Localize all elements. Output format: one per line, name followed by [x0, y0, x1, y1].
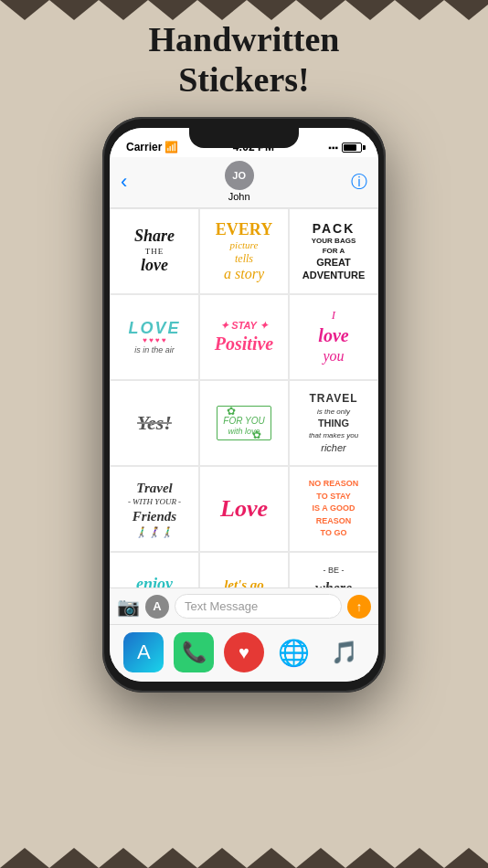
phone-frame: Carrier 📶 4:02 PM ▪▪▪ ‹ JO	[102, 117, 386, 693]
message-input-bar: 📷 A Text Message ↑	[110, 587, 378, 624]
sticker-5[interactable]: ✦ STAY ✦ Positive	[199, 294, 289, 380]
camera-icon[interactable]: 📷	[117, 596, 140, 618]
phone-screen: Carrier 📶 4:02 PM ▪▪▪ ‹ JO	[110, 128, 378, 682]
send-button[interactable]: ↑	[347, 595, 371, 619]
top-border-triangles	[0, 0, 488, 20]
sticker-4[interactable]: LOVE ♥ ♥ ♥ ♥ is in the air	[110, 294, 199, 380]
sticker-6[interactable]: I love you	[289, 294, 378, 380]
dock-bar: A 📞 ♥ 🌐 🎵	[110, 624, 378, 682]
sticker-1[interactable]: Share the love	[110, 208, 199, 294]
contact-name: John	[228, 191, 250, 202]
send-arrow-icon: ↑	[356, 599, 363, 614]
phone-notch	[189, 128, 299, 148]
battery-icon	[342, 143, 362, 153]
text-message-input[interactable]: Text Message	[175, 594, 342, 619]
bottom-border-triangles	[0, 848, 488, 868]
appstore-icon[interactable]: A	[145, 595, 169, 619]
dock-heart-icon[interactable]: ♥	[224, 632, 264, 672]
back-button[interactable]: ‹	[121, 172, 127, 192]
sticker-10[interactable]: Travel - WITH YOUR - Friends 🚶‍♂️🚶‍♀️🚶‍♂…	[110, 466, 199, 552]
imessage-header: ‹ JO John ⓘ	[110, 157, 378, 208]
sticker-grid: Share the love EVERY picture tells a sto…	[110, 208, 378, 587]
sticker-7[interactable]: Yes!	[110, 380, 199, 466]
sticker-2[interactable]: EVERY picture tells a story	[199, 208, 289, 294]
carrier-label: Carrier	[126, 141, 162, 153]
sticker-grid-area: Share the love EVERY picture tells a sto…	[110, 208, 378, 587]
signal-icon: ▪▪▪	[328, 143, 338, 153]
sticker-8[interactable]: ✿ FOR YOU with love ✿	[199, 380, 289, 466]
dock-appstore-icon[interactable]: A	[123, 632, 164, 672]
dock-globe-icon[interactable]: 🌐	[274, 632, 314, 672]
dock-music-icon[interactable]: 🎵	[324, 632, 365, 672]
sticker-11[interactable]: Love	[199, 466, 289, 552]
sticker-14[interactable]: let's go travel	[199, 552, 289, 587]
info-button[interactable]: ⓘ	[351, 171, 367, 193]
sticker-3[interactable]: PACK your bags for a GREAT ADVENTURE	[289, 208, 378, 294]
sticker-12[interactable]: No reason TO STAY is a good REASON TO GO	[289, 466, 378, 552]
sticker-13[interactable]: enjoy life	[110, 552, 199, 587]
sticker-9[interactable]: TRAVEL is the only THING that makes you …	[289, 380, 378, 466]
contact-avatar: JO	[225, 161, 254, 190]
dock-phone-icon[interactable]: 📞	[174, 632, 214, 672]
sticker-15[interactable]: - BE - where YOU WANT to be	[289, 552, 378, 587]
wifi-icon: 📶	[164, 141, 178, 153]
contact-info: JO John	[225, 161, 254, 202]
page-title: Handwritten Stickers!	[0, 20, 488, 100]
